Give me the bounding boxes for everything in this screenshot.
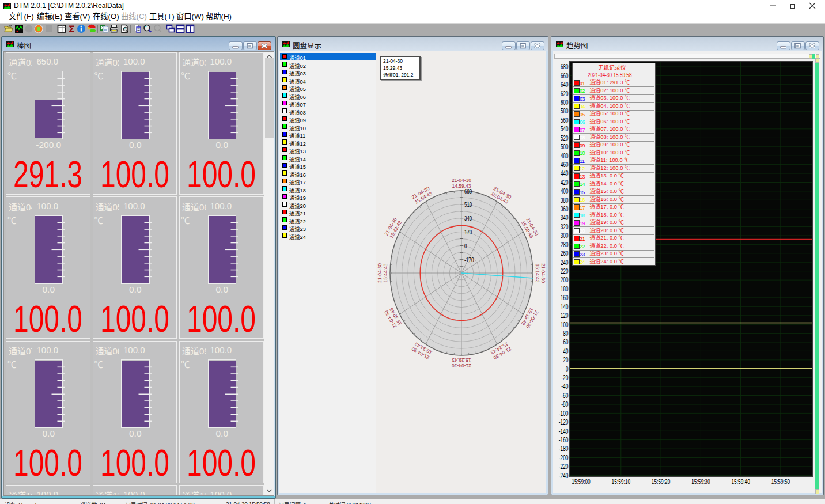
svg-text:-200: -200	[559, 454, 569, 462]
svg-text:120: 120	[561, 312, 569, 320]
svg-text:640: 640	[561, 81, 569, 89]
svg-text:80: 80	[563, 329, 569, 338]
svg-text:-40: -40	[561, 382, 569, 391]
svg-text:15:59:20: 15:59:20	[652, 478, 671, 485]
svg-text:320: 320	[561, 223, 569, 231]
svg-text:-100: -100	[559, 410, 569, 418]
svg-text:-80: -80	[561, 400, 569, 408]
svg-text:380: 380	[561, 196, 569, 204]
svg-text:-60: -60	[561, 392, 569, 400]
svg-text:-160: -160	[559, 436, 569, 444]
svg-text:300: 300	[561, 232, 569, 240]
svg-text:15:44:43: 15:44:43	[383, 263, 388, 282]
svg-text:15:14:43: 15:14:43	[535, 263, 540, 282]
svg-text:460: 460	[561, 161, 569, 169]
svg-text:14:59:43: 14:59:43	[452, 183, 471, 189]
svg-text:240: 240	[561, 259, 569, 267]
svg-text:540: 540	[561, 125, 569, 133]
svg-text:21-04-30: 21-04-30	[540, 263, 546, 283]
svg-text:100: 100	[561, 321, 569, 329]
svg-text:510: 510	[464, 201, 472, 208]
svg-text:140: 140	[561, 303, 569, 311]
svg-text:600: 600	[561, 98, 569, 107]
svg-text:-180: -180	[559, 445, 569, 453]
svg-text:-170: -170	[464, 256, 474, 263]
svg-text:560: 560	[561, 116, 569, 124]
svg-text:60: 60	[563, 338, 569, 346]
svg-text:420: 420	[561, 179, 569, 187]
svg-text:-20: -20	[561, 374, 569, 382]
svg-text:2021-04-30 15:59:58: 2021-04-30 15:59:58	[588, 72, 632, 78]
svg-text:-120: -120	[559, 418, 569, 426]
svg-text:360: 360	[561, 205, 569, 213]
svg-text:21-04-30: 21-04-30	[452, 363, 471, 369]
svg-text:280: 280	[561, 241, 569, 249]
svg-text:15:59:10: 15:59:10	[612, 478, 631, 485]
svg-text:170: 170	[464, 229, 472, 236]
svg-text:500: 500	[561, 143, 569, 151]
svg-text:520: 520	[561, 134, 569, 142]
svg-text:180: 180	[561, 285, 569, 293]
svg-text:21-04-30: 21-04-30	[452, 177, 471, 183]
svg-text:15:59:30: 15:59:30	[691, 478, 710, 485]
svg-text:480: 480	[561, 152, 569, 160]
svg-text:15:59:00: 15:59:00	[572, 478, 591, 485]
svg-text:15:59:40: 15:59:40	[731, 478, 750, 485]
svg-text:400: 400	[561, 187, 569, 195]
svg-text:21-04-30: 21-04-30	[377, 263, 383, 283]
svg-text:160: 160	[561, 294, 569, 302]
svg-text:-140: -140	[559, 427, 569, 435]
svg-text:40: 40	[563, 347, 569, 355]
svg-text:220: 220	[561, 267, 569, 275]
svg-text:620: 620	[561, 90, 569, 98]
svg-text:0: 0	[566, 365, 569, 373]
svg-text:0: 0	[464, 242, 467, 249]
svg-text:20: 20	[563, 356, 569, 364]
svg-text:440: 440	[561, 169, 569, 177]
svg-text:15:59:50: 15:59:50	[771, 478, 790, 485]
svg-text:580: 580	[561, 107, 569, 115]
svg-text:340: 340	[464, 215, 472, 222]
svg-text:680: 680	[561, 63, 569, 71]
svg-text:340: 340	[561, 214, 569, 222]
svg-text:200: 200	[561, 276, 569, 284]
svg-text:260: 260	[561, 249, 569, 257]
svg-text:660: 660	[561, 72, 569, 80]
svg-text:15:29:43: 15:29:43	[452, 357, 471, 363]
svg-text:-220: -220	[559, 463, 569, 471]
